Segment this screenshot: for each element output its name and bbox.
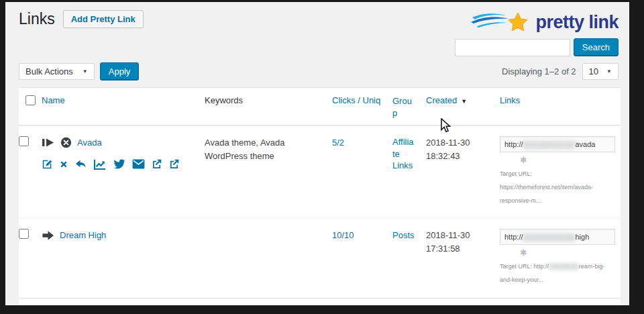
edit-icon[interactable] <box>42 158 53 170</box>
page-title: Links <box>19 10 55 29</box>
column-header-links[interactable]: Links <box>500 95 520 105</box>
asterisk-icon: ✱ <box>520 248 615 257</box>
asterisk-icon: ✱ <box>520 156 615 164</box>
pretty-link-logo-text: pretty link <box>535 12 619 33</box>
email-icon[interactable] <box>132 159 145 169</box>
add-pretty-link-button[interactable]: Add Pretty Link <box>63 10 144 28</box>
links-table: Name Keywords Clicks / Uniq Group Create… <box>19 87 621 305</box>
url-suffix: high <box>575 233 589 241</box>
column-header-keywords: Keywords <box>205 95 243 105</box>
target-url-prefix: https://themeforest.net/item/avada-respo… <box>500 184 593 204</box>
group-value[interactable]: Affiliate Links <box>392 136 416 172</box>
table-row: Dream High 10/10 Posts 2018-11-30 17:31:… <box>19 218 621 298</box>
keywords-value: Avada theme, Avada WordPress theme <box>205 138 285 161</box>
redirect-arrow-icon <box>42 230 54 241</box>
per-page-value: 10 <box>589 66 598 76</box>
tracking-disabled-icon <box>60 137 72 148</box>
redacted-url-part: ▒▒▒▒▒▒▒ <box>549 263 579 270</box>
pretty-link-logo-icon <box>471 11 533 33</box>
table-footer-row: Name Keywords Clicks / Uniq Group Create… <box>19 298 621 305</box>
row-checkbox[interactable] <box>19 136 29 146</box>
created-value: 2018-11-30 17:31:58 <box>426 230 470 254</box>
chevron-down-icon: ▼ <box>606 68 612 74</box>
target-url-label: Target URL: <box>500 170 532 177</box>
column-header-clicks[interactable]: Clicks / Uniq <box>332 95 380 105</box>
target-url-text: Target URL: https://themeforest.net/item… <box>500 168 615 207</box>
row-actions <box>42 158 199 170</box>
row-checkbox[interactable] <box>19 229 29 239</box>
redacted-url-part: ▒▒▒▒▒▒▒▒▒▒ <box>523 233 576 241</box>
target-url-label: Target URL: <box>500 263 532 270</box>
link-name[interactable]: Dream High <box>60 229 106 242</box>
redacted-url-part: ▒▒▒▒▒▒▒▒▒▒ <box>523 140 576 148</box>
column-header-name[interactable]: Name <box>42 95 65 105</box>
clicks-value[interactable]: 5/2 <box>332 138 344 148</box>
pretty-link-url-field[interactable]: http://▒▒▒▒▒▒▒▒▒▒avada <box>500 136 615 152</box>
column-header-group[interactable]: Group <box>392 95 416 119</box>
chevron-down-icon: ▼ <box>83 68 88 74</box>
url-suffix: avada <box>575 140 595 148</box>
tweet-icon[interactable] <box>113 158 126 170</box>
target-url-text: Target URL: http://▒▒▒▒▒▒▒ream-big-and-k… <box>500 260 615 287</box>
pretty-link-logo: pretty link <box>471 11 619 33</box>
bulk-actions-label: Bulk Actions <box>25 66 73 76</box>
table-header-row: Name Keywords Clicks / Uniq Group Create… <box>19 88 621 125</box>
url-prefix: http:// <box>504 233 523 241</box>
url-prefix: http:// <box>504 140 523 148</box>
select-all-checkbox[interactable] <box>25 95 36 105</box>
group-value[interactable]: Posts <box>392 230 415 240</box>
apply-button[interactable]: Apply <box>100 62 140 81</box>
per-page-select[interactable]: 10 ▼ <box>582 63 619 80</box>
visit-target-url-icon[interactable] <box>168 158 180 170</box>
screenshot-frame: Links Add Pretty Link pretty link Search <box>0 0 644 314</box>
clicks-value[interactable]: 10/10 <box>332 230 354 240</box>
table-row: Avada <box>19 125 621 218</box>
bulk-actions-select[interactable]: Bulk Actions ▼ <box>19 63 95 80</box>
search-input[interactable] <box>455 39 570 56</box>
delete-icon[interactable] <box>59 160 68 169</box>
target-url-prefix: http:// <box>534 263 549 270</box>
pretty-link-admin-page: Links Add Pretty Link pretty link Search <box>5 2 629 305</box>
search-button[interactable]: Search <box>574 38 619 56</box>
pretty-link-url-field[interactable]: http://▒▒▒▒▒▒▒▒▒▒high <box>500 229 615 245</box>
visit-pretty-link-icon[interactable] <box>151 158 162 170</box>
link-name[interactable]: Avada <box>77 136 102 150</box>
displaying-count: Displaying 1–2 of 2 <box>502 66 576 76</box>
sort-desc-icon[interactable]: ▼ <box>461 98 467 105</box>
reset-icon[interactable] <box>74 158 87 170</box>
column-header-created[interactable]: Created <box>426 95 457 105</box>
stats-icon[interactable] <box>93 158 107 170</box>
redirect-type-icon <box>42 138 55 148</box>
created-value: 2018-11-30 18:32:43 <box>426 138 470 161</box>
